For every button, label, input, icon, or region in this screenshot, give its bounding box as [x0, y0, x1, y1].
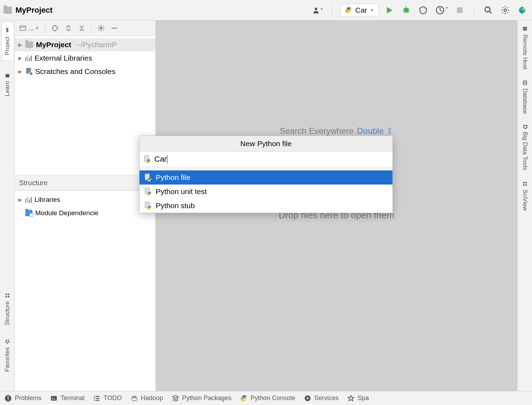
settings-button[interactable]	[499, 4, 512, 17]
structure-item-label: Module Dependencie	[35, 209, 99, 217]
structure-panel: Structure ▶ Libraries Module Dependencie	[15, 175, 155, 222]
sciview-icon	[522, 181, 528, 187]
tab-spark[interactable]: Spa	[347, 394, 369, 402]
chevron-right-icon[interactable]: ▶	[18, 197, 23, 202]
hide-panel-button[interactable]	[109, 23, 120, 33]
stop-button[interactable]	[453, 4, 466, 17]
expand-all-button[interactable]	[63, 23, 74, 33]
tree-external-libraries[interactable]: ▶ External Libraries	[15, 51, 155, 65]
tree-item-label: External Libraries	[35, 54, 92, 62]
tab-sciview[interactable]: SciView	[520, 179, 530, 213]
debug-button[interactable]	[400, 4, 413, 17]
project-tab-label: Project	[4, 37, 11, 55]
coverage-button[interactable]	[417, 4, 429, 17]
project-panel-toolbar: ... ▼	[15, 20, 155, 36]
tree-item-label: Scratches and Consoles	[35, 67, 116, 76]
remote-host-label: Remote Host	[521, 35, 528, 69]
tab-python-console[interactable]: Python Console	[240, 394, 295, 402]
python-file-icon	[144, 188, 151, 195]
tab-hadoop[interactable]: Hadoop	[130, 394, 163, 402]
chevron-right-icon[interactable]: ▶	[18, 42, 23, 48]
python-file-icon	[144, 202, 151, 210]
dialog-option-python-stub[interactable]: Python stub	[140, 199, 392, 213]
todo-label: TODO	[104, 394, 122, 402]
breadcrumb-project[interactable]: MyProject	[16, 6, 52, 15]
tab-todo[interactable]: TODO	[93, 394, 122, 402]
run-button[interactable]	[383, 4, 396, 17]
left-tool-gutter: Project ▮ Learn Structure Favorites	[0, 20, 15, 391]
python-icon	[345, 6, 352, 14]
with-me-button[interactable]: ▾	[311, 5, 324, 15]
dialog-option-label: Python file	[156, 173, 190, 182]
python-file-icon	[144, 174, 151, 181]
run-config-label: Car	[355, 6, 367, 14]
tab-terminal[interactable]: Terminal	[50, 394, 85, 402]
tab-big-data-tools[interactable]: D Big Data Tools	[520, 123, 530, 173]
dialog-option-python-file[interactable]: Python file	[140, 170, 392, 185]
big-data-prefix-icon: D	[521, 125, 528, 129]
folder-icon	[25, 42, 33, 48]
book-icon	[5, 73, 10, 78]
chevron-right-icon[interactable]: ▶	[18, 69, 23, 74]
right-tool-gutter: Remote Host Database D Big Data Tools Sc…	[517, 20, 532, 391]
favorites-tab-label: Favorites	[4, 347, 11, 372]
tab-remote-host[interactable]: Remote Host	[520, 24, 530, 71]
packages-icon	[172, 394, 179, 402]
structure-module-deps-item[interactable]: Module Dependencie	[15, 206, 155, 220]
tab-learn[interactable]: Learn	[2, 68, 13, 101]
tree-scratches[interactable]: ▶ Scratches and Consoles	[15, 65, 155, 78]
profile-button[interactable]: ▾	[434, 4, 449, 17]
folder-icon: ▮	[4, 27, 11, 34]
remote-icon	[522, 26, 528, 32]
dialog-option-label: Python stub	[156, 201, 195, 210]
tab-database[interactable]: Database	[520, 78, 530, 116]
tab-project[interactable]: Project ▮	[1, 22, 13, 61]
list-icon	[93, 394, 101, 402]
tree-root-item[interactable]: ▶ MyProject ~/PycharmP	[15, 38, 155, 51]
toolbar-separator	[332, 5, 332, 15]
database-label: Database	[521, 88, 528, 114]
hint-label: Search Everywhere	[280, 126, 353, 136]
jetbrains-toolbox-button[interactable]	[516, 4, 528, 17]
chevron-right-icon[interactable]: ▶	[18, 55, 23, 61]
search-everywhere-hint: Search Everywhere Double ⇧	[280, 126, 393, 136]
panel-settings-button[interactable]	[96, 23, 106, 33]
run-config-selector[interactable]: Car ▼	[340, 4, 379, 17]
structure-tree[interactable]: ▶ Libraries Module Dependencie	[15, 191, 155, 222]
project-folder-icon	[4, 7, 12, 14]
search-everywhere-button[interactable]	[482, 4, 495, 17]
dialog-title: New Python file	[140, 136, 392, 152]
dialog-option-label: Python unit test	[156, 187, 207, 196]
bottom-toolbar: Problems Terminal TODO Hadoop Python Pac…	[0, 391, 532, 405]
structure-title: Structure	[19, 179, 48, 187]
tab-favorites[interactable]: Favorites	[2, 334, 13, 377]
dialog-option-python-unit-test[interactable]: Python unit test	[140, 185, 392, 199]
libraries-icon	[25, 55, 32, 61]
editor-area[interactable]: Search Everywhere Double ⇧ Drop files he…	[156, 20, 517, 391]
chevron-down-icon: ▼	[35, 26, 39, 31]
project-tree[interactable]: ▶ MyProject ~/PycharmP ▶ External Librar…	[15, 36, 155, 175]
collapse-all-button[interactable]	[76, 23, 87, 33]
tab-services[interactable]: Services	[304, 394, 339, 402]
tab-python-packages[interactable]: Python Packages	[172, 394, 231, 402]
tree-root-path: ~/PycharmP	[76, 40, 117, 49]
database-icon	[522, 80, 528, 86]
tab-problems[interactable]: Problems	[4, 394, 42, 402]
project-view-selector[interactable]: ... ▼	[18, 23, 41, 33]
python-packages-label: Python Packages	[182, 394, 231, 402]
structure-libraries-item[interactable]: ▶ Libraries	[15, 193, 155, 206]
project-view-label: ...	[28, 24, 34, 32]
learn-tab-label: Learn	[4, 81, 11, 96]
services-icon	[304, 394, 311, 402]
select-opened-file-button[interactable]	[50, 23, 60, 33]
side-panel: ... ▼ ▶ MyProject ~/PycharmP ▶ External …	[15, 20, 156, 391]
libraries-icon	[25, 197, 32, 203]
star-icon	[347, 394, 355, 402]
spark-label: Spa	[358, 394, 369, 402]
structure-item-label: Libraries	[35, 196, 60, 204]
hadoop-label: Hadoop	[141, 394, 163, 402]
window-icon	[19, 24, 27, 32]
terminal-icon	[50, 394, 58, 402]
tab-structure[interactable]: Structure	[2, 288, 13, 330]
big-data-label: Big Data Tools	[521, 132, 528, 170]
